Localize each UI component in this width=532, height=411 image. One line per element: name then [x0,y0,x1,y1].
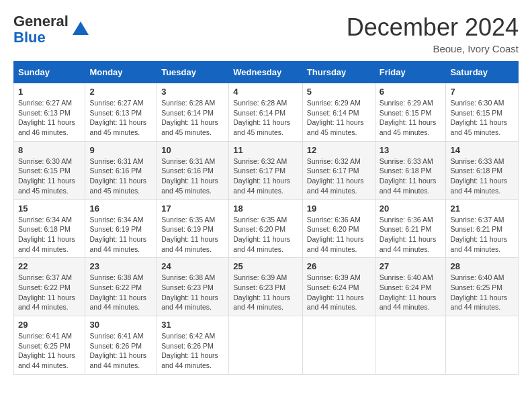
calendar-cell: 22Sunrise: 6:37 AMSunset: 6:22 PMDayligh… [14,258,85,316]
day-info: Sunrise: 6:33 AMSunset: 6:18 PMDaylight:… [380,156,442,196]
day-number: 1 [18,87,81,97]
day-number: 31 [161,320,224,330]
calendar-cell: 2Sunrise: 6:27 AMSunset: 6:13 PMDaylight… [85,83,157,142]
weekday-header: Monday [85,62,157,83]
calendar-cell: 29Sunrise: 6:41 AMSunset: 6:25 PMDayligh… [14,316,85,375]
day-info: Sunrise: 6:34 AMSunset: 6:18 PMDaylight:… [18,215,81,255]
day-number: 23 [89,261,152,271]
day-info: Sunrise: 6:30 AMSunset: 6:15 PMDaylight:… [18,156,81,196]
day-info: Sunrise: 6:27 AMSunset: 6:13 PMDaylight:… [89,98,152,138]
logo: General Blue [13,13,90,46]
calendar-cell [375,316,446,375]
day-number: 22 [18,261,81,271]
weekday-header: Sunday [14,62,85,83]
calendar-cell: 23Sunrise: 6:38 AMSunset: 6:22 PMDayligh… [85,258,157,316]
title-section: December 2024 Beoue, Ivory Coast [347,13,519,54]
calendar-cell [446,316,519,375]
calendar-cell: 8Sunrise: 6:30 AMSunset: 6:15 PMDaylight… [14,141,85,199]
calendar-week-row: 1Sunrise: 6:27 AMSunset: 6:13 PMDaylight… [14,83,519,142]
day-info: Sunrise: 6:37 AMSunset: 6:21 PMDaylight:… [450,215,514,255]
calendar-cell: 27Sunrise: 6:40 AMSunset: 6:24 PMDayligh… [375,258,446,316]
calendar-cell: 26Sunrise: 6:39 AMSunset: 6:24 PMDayligh… [302,258,375,316]
weekday-header: Saturday [446,62,519,83]
day-info: Sunrise: 6:34 AMSunset: 6:19 PMDaylight:… [89,215,152,255]
day-info: Sunrise: 6:30 AMSunset: 6:15 PMDaylight:… [450,98,514,138]
day-info: Sunrise: 6:38 AMSunset: 6:22 PMDaylight:… [89,273,152,312]
day-number: 28 [450,261,514,271]
day-info: Sunrise: 6:28 AMSunset: 6:14 PMDaylight:… [161,98,224,138]
calendar-cell: 5Sunrise: 6:29 AMSunset: 6:14 PMDaylight… [302,83,375,142]
day-info: Sunrise: 6:39 AMSunset: 6:24 PMDaylight:… [307,273,371,312]
logo-general: General [13,13,69,30]
day-info: Sunrise: 6:28 AMSunset: 6:14 PMDaylight:… [233,98,298,138]
calendar-cell: 9Sunrise: 6:31 AMSunset: 6:16 PMDaylight… [85,141,157,199]
calendar-cell [302,316,375,375]
day-number: 15 [18,203,81,214]
day-number: 4 [233,87,298,97]
day-number: 8 [18,145,81,155]
weekday-header: Tuesday [157,62,229,83]
calendar-cell [229,316,303,375]
calendar-cell: 4Sunrise: 6:28 AMSunset: 6:14 PMDaylight… [229,83,303,142]
day-number: 13 [380,145,442,155]
calendar-cell: 11Sunrise: 6:32 AMSunset: 6:17 PMDayligh… [229,141,303,199]
calendar-table: SundayMondayTuesdayWednesdayThursdayFrid… [13,61,519,375]
day-info: Sunrise: 6:36 AMSunset: 6:21 PMDaylight:… [380,215,442,255]
day-number: 29 [18,320,81,330]
weekday-header: Wednesday [229,62,303,83]
day-info: Sunrise: 6:41 AMSunset: 6:26 PMDaylight:… [89,331,152,371]
calendar-cell: 6Sunrise: 6:29 AMSunset: 6:15 PMDaylight… [375,83,446,142]
day-info: Sunrise: 6:39 AMSunset: 6:23 PMDaylight:… [233,273,298,312]
day-number: 6 [380,87,442,97]
day-info: Sunrise: 6:42 AMSunset: 6:26 PMDaylight:… [161,331,224,371]
day-info: Sunrise: 6:41 AMSunset: 6:25 PMDaylight:… [18,331,81,371]
day-number: 2 [89,87,152,97]
day-number: 30 [89,320,152,330]
svg-marker-0 [73,21,89,35]
page-header: General Blue December 2024 Beoue, Ivory … [13,13,519,54]
day-number: 21 [450,203,514,214]
calendar-cell: 12Sunrise: 6:32 AMSunset: 6:17 PMDayligh… [302,141,375,199]
day-number: 27 [380,261,442,271]
day-info: Sunrise: 6:29 AMSunset: 6:14 PMDaylight:… [307,98,371,138]
day-number: 7 [450,87,514,97]
day-info: Sunrise: 6:38 AMSunset: 6:23 PMDaylight:… [161,273,224,312]
calendar-week-row: 22Sunrise: 6:37 AMSunset: 6:22 PMDayligh… [14,258,519,316]
calendar-week-row: 15Sunrise: 6:34 AMSunset: 6:18 PMDayligh… [14,199,519,258]
day-info: Sunrise: 6:29 AMSunset: 6:15 PMDaylight:… [380,98,442,138]
day-number: 18 [233,203,298,214]
day-info: Sunrise: 6:31 AMSunset: 6:16 PMDaylight:… [161,156,224,196]
day-info: Sunrise: 6:37 AMSunset: 6:22 PMDaylight:… [18,273,81,312]
calendar-week-row: 29Sunrise: 6:41 AMSunset: 6:25 PMDayligh… [14,316,519,375]
day-info: Sunrise: 6:40 AMSunset: 6:25 PMDaylight:… [450,273,514,312]
calendar-cell: 1Sunrise: 6:27 AMSunset: 6:13 PMDaylight… [14,83,85,142]
day-number: 3 [161,87,224,97]
calendar-header: SundayMondayTuesdayWednesdayThursdayFrid… [14,62,519,83]
day-number: 5 [307,87,371,97]
calendar-cell: 28Sunrise: 6:40 AMSunset: 6:25 PMDayligh… [446,258,519,316]
day-number: 17 [161,203,224,214]
calendar-cell: 18Sunrise: 6:35 AMSunset: 6:20 PMDayligh… [229,199,303,258]
calendar-cell: 15Sunrise: 6:34 AMSunset: 6:18 PMDayligh… [14,199,85,258]
calendar-cell: 31Sunrise: 6:42 AMSunset: 6:26 PMDayligh… [157,316,229,375]
header-row: SundayMondayTuesdayWednesdayThursdayFrid… [14,62,519,83]
weekday-header: Thursday [302,62,375,83]
day-number: 25 [233,261,298,271]
calendar-cell: 19Sunrise: 6:36 AMSunset: 6:20 PMDayligh… [302,199,375,258]
day-number: 26 [307,261,371,271]
day-number: 9 [89,145,152,155]
weekday-header: Friday [375,62,446,83]
day-info: Sunrise: 6:32 AMSunset: 6:17 PMDaylight:… [233,156,298,196]
calendar-cell: 10Sunrise: 6:31 AMSunset: 6:16 PMDayligh… [157,141,229,199]
day-info: Sunrise: 6:27 AMSunset: 6:13 PMDaylight:… [18,98,81,138]
day-info: Sunrise: 6:35 AMSunset: 6:20 PMDaylight:… [233,215,298,255]
calendar-week-row: 8Sunrise: 6:30 AMSunset: 6:15 PMDaylight… [14,141,519,199]
calendar-cell: 16Sunrise: 6:34 AMSunset: 6:19 PMDayligh… [85,199,157,258]
calendar-body: 1Sunrise: 6:27 AMSunset: 6:13 PMDaylight… [14,83,519,375]
day-number: 16 [89,203,152,214]
day-info: Sunrise: 6:33 AMSunset: 6:18 PMDaylight:… [450,156,514,196]
day-number: 24 [161,261,224,271]
calendar-cell: 7Sunrise: 6:30 AMSunset: 6:15 PMDaylight… [446,83,519,142]
calendar-cell: 13Sunrise: 6:33 AMSunset: 6:18 PMDayligh… [375,141,446,199]
day-number: 11 [233,145,298,155]
